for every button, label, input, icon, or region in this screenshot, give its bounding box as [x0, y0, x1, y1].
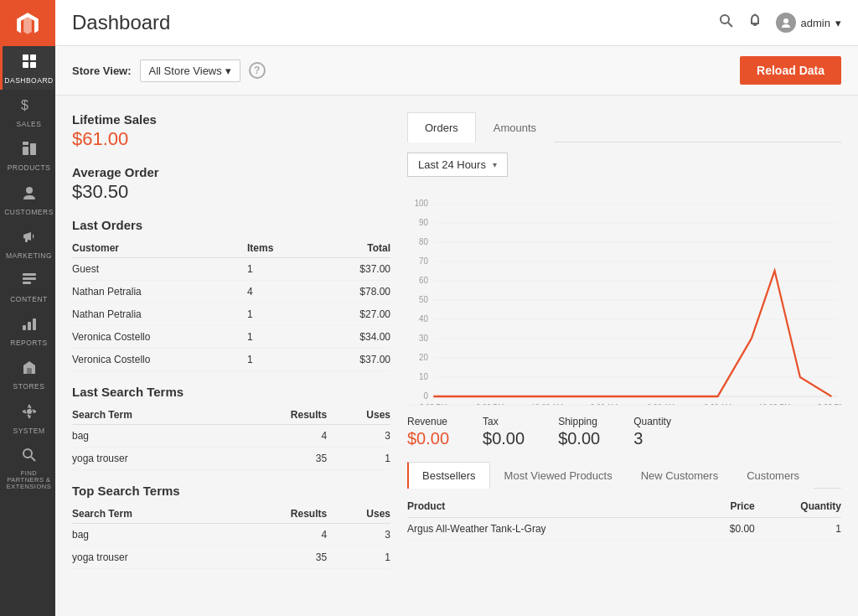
sidebar-item-products[interactable]: PRODUCTS [0, 133, 55, 177]
svg-text:3:00 AM: 3:00 AM [591, 403, 618, 405]
revenue-value: $0.00 [407, 429, 449, 448]
col-header-items: Items [247, 239, 311, 258]
svg-rect-13 [23, 325, 26, 330]
svg-text:90: 90 [419, 218, 428, 228]
svg-rect-11 [23, 277, 36, 280]
header-actions: admin ▾ [719, 13, 841, 33]
svg-text:30: 30 [419, 334, 428, 344]
sidebar-item-label-content: CONTENT [10, 295, 48, 303]
table-row: Nathan Petralia 1 $27.00 [72, 303, 390, 326]
store-view-select[interactable]: All Store Views ▾ [140, 60, 240, 82]
svg-point-18 [23, 449, 32, 458]
quantity-value: 3 [633, 429, 671, 448]
svg-rect-1 [30, 54, 36, 60]
sidebar-item-find-partners[interactable]: FIND PARTNERS & EXTENSIONS [0, 440, 55, 496]
svg-rect-0 [23, 54, 28, 60]
svg-text:80: 80 [419, 237, 428, 247]
col-header-top-uses: Uses [327, 505, 390, 524]
average-order-label: Average Order [72, 165, 390, 179]
table-row: Argus All-Weather Tank-L-Gray $0.00 1 [407, 518, 841, 541]
tab-bestsellers[interactable]: Bestsellers [407, 462, 490, 489]
table-row: bag 4 3 [72, 425, 390, 448]
top-results-cell: 35 [231, 546, 328, 569]
svg-text:70: 70 [419, 256, 428, 267]
top-search-term-cell: bag [72, 524, 231, 546]
product-name-cell: Argus All-Weather Tank-L-Gray [407, 518, 701, 541]
sales-icon: $ [21, 96, 38, 117]
svg-rect-3 [30, 62, 36, 68]
items-cell: 1 [247, 326, 311, 349]
table-row: Veronica Costello 1 $37.00 [72, 349, 390, 371]
items-cell: 1 [247, 303, 311, 326]
admin-user[interactable]: admin ▾ [776, 13, 841, 33]
col-header-search-term: Search Term [72, 406, 231, 425]
total-cell: $37.00 [311, 258, 390, 281]
tab-new-customers[interactable]: New Customers [627, 462, 732, 489]
time-range-value: Last 24 Hours [418, 158, 486, 171]
sidebar-item-reports[interactable]: REPORTS [0, 308, 55, 352]
sidebar-item-dashboard[interactable]: DASHBOARD [0, 46, 55, 90]
store-select-caret-icon: ▾ [225, 65, 231, 77]
col-header-product: Product [407, 495, 701, 518]
notification-bell-icon[interactable] [747, 13, 762, 33]
tab-customers[interactable]: Customers [732, 462, 814, 489]
sidebar-item-label-customers: CUSTOMERS [4, 208, 54, 216]
marketing-icon [21, 228, 38, 249]
admin-dropdown-icon: ▾ [835, 17, 841, 29]
revenue-stat: Revenue $0.00 [407, 416, 449, 448]
sidebar-item-stores[interactable]: STORES [0, 352, 55, 396]
items-cell: 1 [247, 258, 311, 281]
tab-orders[interactable]: Orders [407, 112, 476, 142]
lifetime-sales-label: Lifetime Sales [72, 112, 390, 127]
sidebar-item-label-dashboard: DASHBOARD [4, 76, 53, 85]
tab-most-viewed[interactable]: Most Viewed Products [490, 462, 627, 489]
products-icon [21, 140, 38, 161]
chart-container: 0 10 20 30 40 50 60 70 80 90 100 [407, 187, 841, 405]
uses-cell: 3 [327, 425, 390, 448]
time-range-button[interactable]: Last 24 Hours ▾ [407, 153, 508, 177]
svg-rect-15 [33, 318, 36, 330]
col-header-price: Price [701, 495, 755, 518]
product-qty-cell: 1 [755, 518, 841, 541]
content-area: Lifetime Sales $61.00 Average Order $30.… [55, 96, 858, 616]
svg-rect-7 [23, 142, 28, 145]
table-row: bag 4 3 [72, 524, 390, 546]
last-search-terms-table: Search Term Results Uses bag 4 3 yoga tr… [72, 406, 390, 470]
svg-rect-16 [27, 368, 32, 374]
sidebar-item-system[interactable]: SYSTEM [0, 396, 55, 440]
customers-icon [21, 184, 38, 205]
svg-text:9:00 AM: 9:00 AM [704, 403, 731, 405]
search-icon[interactable] [719, 13, 734, 33]
orders-chart: 0 10 20 30 40 50 60 70 80 90 100 [407, 187, 841, 405]
svg-text:3:00 PM: 3:00 PM [818, 403, 841, 405]
tab-amounts[interactable]: Amounts [476, 112, 554, 142]
stats-row: Revenue $0.00 Tax $0.00 Shipping $0.00 Q… [407, 405, 841, 462]
sidebar-item-label-sales: SALES [17, 120, 42, 128]
items-cell: 1 [247, 349, 311, 371]
svg-text:60: 60 [419, 276, 428, 286]
col-header-top-results: Results [231, 505, 328, 524]
svg-text:40: 40 [419, 314, 428, 324]
store-view-value: All Store Views [149, 65, 222, 77]
reload-data-button[interactable]: Reload Data [740, 56, 841, 85]
results-cell: 35 [231, 448, 328, 470]
right-panel: Orders Amounts Last 24 Hours ▾ 0 10 [407, 112, 841, 599]
lifetime-sales-value: $61.00 [72, 128, 390, 150]
content-icon [21, 272, 38, 292]
sidebar-item-sales[interactable]: $ SALES [0, 90, 55, 133]
table-row: Nathan Petralia 4 $78.00 [72, 281, 390, 303]
main-content: Dashboard admin ▾ Store View: All Store … [55, 0, 858, 616]
top-results-cell: 4 [231, 524, 328, 546]
customer-cell: Veronica Costello [72, 326, 247, 349]
revenue-label: Revenue [407, 416, 449, 427]
sidebar-item-marketing[interactable]: MARKETING [0, 221, 55, 265]
page-title: Dashboard [72, 11, 170, 34]
svg-point-8 [26, 187, 33, 194]
sidebar-item-content[interactable]: CONTENT [0, 265, 55, 308]
system-icon [21, 403, 38, 424]
table-row: Veronica Costello 1 $34.00 [72, 326, 390, 349]
uses-cell: 1 [327, 448, 390, 470]
customer-cell: Guest [72, 258, 247, 281]
help-icon[interactable]: ? [249, 62, 266, 79]
sidebar-item-customers[interactable]: CUSTOMERS [0, 178, 55, 221]
